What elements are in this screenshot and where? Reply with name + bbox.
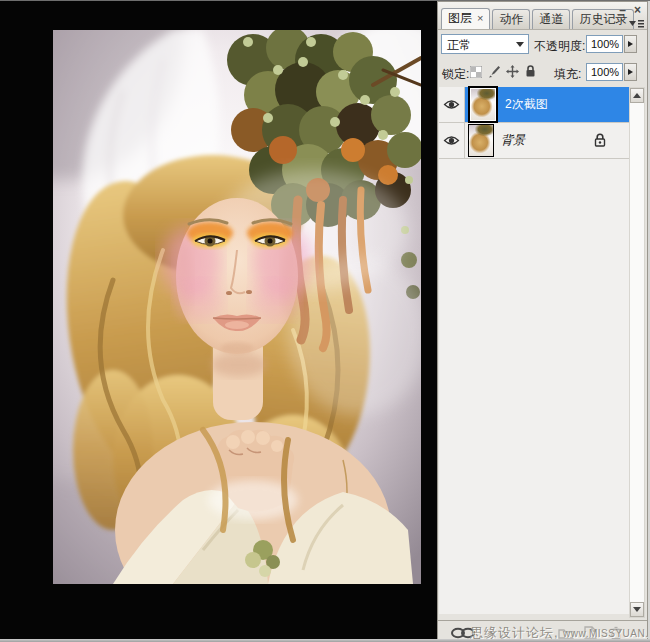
fill-input[interactable]: 100% [586,63,623,81]
tab-actions[interactable]: 动作 [492,9,530,29]
blend-mode-value: 正常 [447,38,471,52]
palette-tabstrip: 图层× 动作 通道 历史记录 – × [438,2,647,30]
move-icon [506,65,519,78]
lock-transparency-button[interactable] [469,64,483,79]
layer-row-crop[interactable]: 2次截图 [439,87,630,123]
layers-palette: 图层× 动作 通道 历史记录 – × [437,1,648,639]
arrow-up-icon [633,93,641,98]
visibility-toggle[interactable] [439,123,465,158]
palette-window-controls: – × [619,5,641,16]
minimize-icon[interactable]: – [619,5,626,16]
brush-icon [488,65,500,78]
tab-channels[interactable]: 通道 [532,9,570,29]
fill-label: 填充: [554,66,581,83]
layer-row-body[interactable]: 背景 [465,123,630,158]
lock-position-button[interactable] [505,64,519,79]
layer-thumbnail[interactable] [468,86,498,123]
layer-row-body[interactable]: 2次截图 [465,87,630,122]
layer-name[interactable]: 2次截图 [505,96,548,113]
opacity-slider-button[interactable] [624,35,637,53]
photoshop-window: 图层× 动作 通道 历史记录 – × [0,0,650,642]
eye-icon [443,135,460,146]
palette-menu-icon [629,19,644,29]
lock-buttons [469,64,537,79]
layer-thumbnail[interactable] [468,124,494,157]
photo-portrait [53,30,421,584]
layer-name[interactable]: 背景 [501,132,525,149]
lock-label: 锁定: [442,66,469,83]
lock-icon [594,133,606,147]
arrow-right-icon [628,69,633,75]
layer-thumbnail-image [471,89,495,120]
close-icon[interactable]: × [634,5,641,16]
palette-bottom-bar: 思缘设计论坛, www.MISSYUAN.COM [438,620,647,639]
chevron-down-icon [516,42,524,47]
palette-tabs: 图层× 动作 通道 历史记录 [441,8,634,29]
document-canvas[interactable] [0,1,437,639]
scroll-up-button[interactable] [630,88,644,103]
tab-actions-label: 动作 [499,12,523,26]
palette-menu-button[interactable] [627,18,645,30]
blend-mode-row: 正常 不透明度: 100% [438,32,647,58]
arrow-right-icon [628,41,633,47]
layer-thumbnail-image [469,125,493,156]
tab-layers-label: 图层 [448,11,472,25]
tab-close-icon[interactable]: × [477,12,483,24]
opacity-label: 不透明度: [534,38,585,55]
visibility-toggle[interactable] [439,87,465,122]
arrow-down-icon [633,607,641,612]
lock-all-button[interactable] [523,64,537,79]
layer-row-background[interactable]: 背景 [439,123,630,159]
layers-list: 2次截图 背景 [439,87,630,614]
blend-mode-select[interactable]: 正常 [441,34,529,54]
lock-row: 锁定: [438,60,647,86]
eye-icon [443,99,460,110]
opacity-input[interactable]: 100% [586,35,623,53]
lock-icon [525,65,536,78]
watermark-site-url: www.MISSYUAN.COM [563,628,650,639]
tab-channels-label: 通道 [539,12,563,26]
checkerboard-icon [470,66,482,78]
tab-layers[interactable]: 图层× [441,8,490,29]
fill-slider-button[interactable] [624,63,637,81]
watermark-site-name: 思缘设计论坛, [470,625,559,640]
layers-scrollbar[interactable] [629,87,645,618]
lock-pixels-button[interactable] [487,64,501,79]
background-lock-badge [594,133,606,151]
scroll-down-button[interactable] [630,602,644,617]
photo-artwork [53,30,421,584]
